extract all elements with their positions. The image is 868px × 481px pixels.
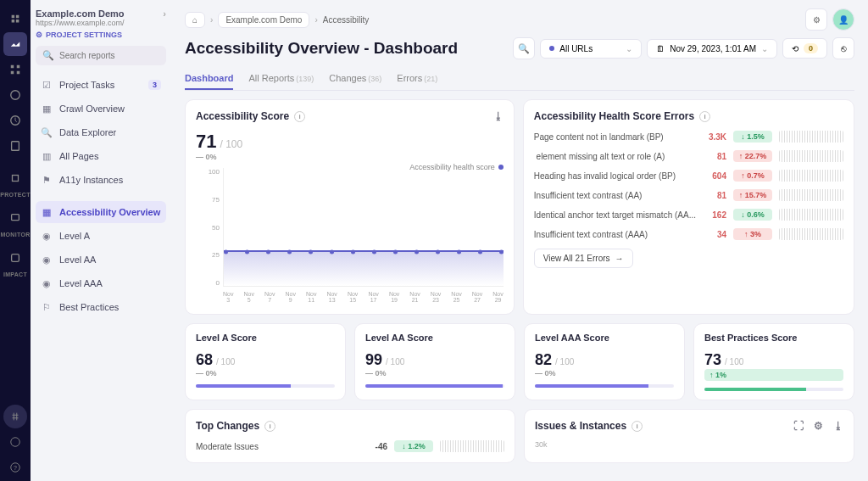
nav-icon: ▦ — [41, 206, 53, 218]
sidebar-item-a11y-instances[interactable]: ⚑A11y Instances — [36, 169, 166, 191]
rail-logo-icon[interactable] — [3, 7, 27, 31]
mini-score: 68 — [196, 351, 213, 369]
rail-apps-icon[interactable] — [3, 58, 27, 81]
share-icon: ⎋ — [841, 43, 847, 53]
error-value: 604 — [703, 171, 726, 181]
project-url: https://www.example.com/ — [36, 19, 166, 27]
tab-errors[interactable]: Errors(21) — [397, 68, 437, 90]
error-row[interactable]: Insufficient text contrast (AAA) 34 ↑ 3% — [534, 228, 843, 240]
svg-text:?: ? — [14, 465, 17, 471]
error-row[interactable]: Page content not in landmark (BP) 3.3K ↓… — [534, 131, 843, 143]
calendar-icon: 🗓 — [656, 44, 665, 53]
sparkline — [440, 440, 504, 452]
scope-filter[interactable]: All URLs⌄ — [540, 39, 642, 59]
rail-help-icon[interactable]: ? — [3, 456, 27, 479]
rail-clock-icon[interactable] — [3, 109, 27, 132]
error-row[interactable]: Insufficient text contrast (AA) 81 ↑ 15.… — [534, 189, 843, 201]
refresh-button[interactable]: ⟲0 — [782, 38, 827, 59]
rail-clipboard-icon[interactable] — [3, 134, 27, 158]
error-name: Heading has invalid logical order (BP) — [534, 171, 696, 181]
error-value: 81 — [703, 191, 726, 200]
gear-icon[interactable]: ⚙ — [814, 420, 823, 432]
info-icon[interactable]: i — [699, 111, 710, 122]
user-avatar[interactable]: 👤 — [832, 8, 854, 31]
svg-rect-7 — [13, 176, 19, 182]
sidebar-item-level-aa[interactable]: ◉Level AA — [36, 249, 166, 271]
sidebar-item-level-a[interactable]: ◉Level A — [36, 225, 166, 247]
card-title: Accessibility Health Score Errors — [534, 110, 694, 122]
share-button[interactable]: ⎋ — [832, 37, 854, 59]
sidebar-item-all-pages[interactable]: ▥All Pages — [36, 145, 166, 167]
sidebar-item-project-tasks[interactable]: ☑Project Tasks3 — [36, 74, 166, 96]
rail-monitor-icon[interactable] — [3, 206, 27, 230]
error-delta: ↑ 22.7% — [733, 150, 772, 162]
info-icon[interactable]: i — [294, 111, 305, 122]
score-mini-card: Level AA Score 99/ 100 — 0% — [354, 323, 515, 400]
search-input[interactable] — [59, 51, 159, 60]
project-settings-link[interactable]: ⚙ PROJECT SETTINGS — [36, 31, 166, 39]
rail-hash-icon[interactable] — [3, 405, 27, 428]
expand-icon[interactable]: ⛶ — [793, 420, 804, 432]
refresh-icon: ⟲ — [792, 44, 798, 53]
nav-icon: ◉ — [41, 230, 53, 242]
score-mini-card: Level AAA Score 82/ 100 — 0% — [524, 323, 685, 400]
nav-badge: 3 — [148, 80, 161, 90]
title-row: Accessibility Overview - Dashboard 🔍 All… — [185, 37, 854, 59]
card-title: Level A Score — [196, 333, 257, 343]
error-name: Insufficient text contrast (AAA) — [534, 230, 696, 239]
tab-dashboard[interactable]: Dashboard — [185, 68, 233, 90]
card-title: Top Changes — [196, 420, 259, 432]
error-row[interactable]: element missing alt text or role (A) 81 … — [534, 150, 843, 162]
sidebar-item-level-aaa[interactable]: ◉Level AAA — [36, 272, 166, 294]
error-value: 81 — [703, 152, 726, 161]
settings-button[interactable]: ⚙ — [805, 8, 827, 31]
home-crumb[interactable]: ⌂ — [185, 12, 205, 28]
sidebar-item-crawl-overview[interactable]: ▦Crawl Overview — [36, 98, 166, 120]
sidebar-item-label: Level AA — [59, 254, 96, 265]
card-title: Level AAA Score — [535, 333, 609, 343]
breadcrumb-project[interactable]: Example.com Demo — [218, 12, 309, 28]
sidebar-item-best-practices[interactable]: ⚐Best Practices — [36, 296, 166, 318]
error-value: 34 — [703, 230, 726, 239]
rail-impact-icon[interactable] — [3, 246, 27, 270]
rail-impact-label: IMPACT — [3, 271, 27, 277]
svg-point-4 — [11, 91, 20, 100]
tabs: DashboardAll Reports(139)Changes(36)Erro… — [185, 68, 854, 91]
view-all-errors-button[interactable]: View All 21 Errors → — [534, 249, 633, 268]
mini-score: 82 — [535, 351, 552, 369]
sidebar-item-label: Level AAA — [59, 278, 103, 288]
sidebar-item-accessibility-overview[interactable]: ▦Accessibility Overview — [36, 201, 166, 223]
info-icon[interactable]: i — [264, 421, 275, 432]
download-icon[interactable]: ⭳ — [833, 420, 843, 432]
user-icon: 👤 — [838, 15, 849, 25]
search-reports[interactable]: 🔍 — [36, 46, 166, 65]
rail-analyze-icon[interactable] — [3, 32, 27, 56]
info-icon[interactable]: i — [632, 421, 643, 432]
rail-smile-icon[interactable] — [3, 430, 27, 454]
score-delta: — 0% — [196, 153, 504, 161]
rail-protect-icon[interactable] — [3, 166, 27, 190]
rail-globe-icon[interactable] — [3, 83, 27, 107]
tab-changes[interactable]: Changes(36) — [329, 68, 381, 90]
project-name[interactable]: Example.com Demo › — [36, 8, 166, 19]
error-delta: ↑ 3% — [733, 228, 772, 240]
error-delta: ↑ 15.7% — [733, 189, 772, 201]
error-row[interactable]: Identical anchor text target mismatch (A… — [534, 209, 843, 221]
page-title: Accessibility Overview - Dashboard — [185, 39, 458, 58]
search-button[interactable]: 🔍 — [513, 37, 535, 59]
sidebar-item-data-explorer[interactable]: 🔍Data Explorer — [36, 121, 166, 143]
sparkline — [779, 170, 843, 182]
download-icon[interactable]: ⭳ — [493, 110, 504, 122]
error-row[interactable]: Heading has invalid logical order (BP) 6… — [534, 170, 843, 182]
sidebar-item-label: A11y Instances — [59, 175, 123, 185]
sparkline — [779, 209, 843, 221]
chevron-down-icon: ⌄ — [626, 44, 632, 53]
error-delta: ↓ 0.6% — [733, 209, 772, 221]
health-errors-card: Accessibility Health Score Errors i Page… — [523, 99, 854, 315]
rail-monitor-label: MONITOR — [0, 232, 30, 238]
date-filter[interactable]: 🗓Nov 29, 2023, 1:01 AM⌄ — [647, 39, 777, 59]
tab-all-reports[interactable]: All Reports(139) — [248, 68, 314, 90]
card-title: Issues & Instances — [535, 420, 626, 432]
sidebar: Example.com Demo › https://www.example.c… — [31, 0, 171, 481]
gear-icon: ⚙ — [36, 31, 42, 39]
